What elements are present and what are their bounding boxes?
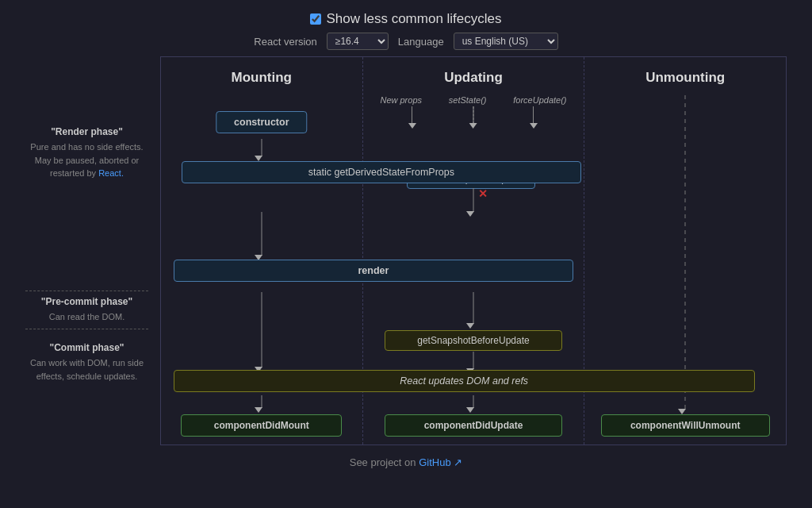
render-node: render bbox=[174, 260, 573, 282]
new-props-trigger: New props bbox=[380, 95, 422, 105]
commit-phase-desc: Can work with DOM, run side effects, sch… bbox=[25, 356, 148, 383]
commit-phase-label: "Commit phase" Can work with DOM, run si… bbox=[25, 342, 148, 383]
component-will-unmount-node: componentWillUnmount bbox=[601, 414, 770, 437]
show-lifecycles-row: Show less common lifecycles bbox=[310, 11, 501, 27]
top-controls: Show less common lifecycles React versio… bbox=[0, 0, 812, 56]
render-phase-title: "Render phase" bbox=[25, 126, 148, 137]
get-derived-state-node: static getDerivedStateFromProps bbox=[182, 161, 581, 183]
show-lifecycles-label: Show less common lifecycles bbox=[326, 11, 501, 27]
render-phase-label: "Render phase" Pure and has no side effe… bbox=[25, 126, 148, 180]
precommit-phase-desc: Can read the DOM. bbox=[25, 310, 148, 324]
language-label: Language bbox=[398, 36, 444, 48]
diagram-columns: Mounting constructor bbox=[160, 56, 787, 445]
github-link[interactable]: GitHub ↗ bbox=[419, 456, 462, 468]
updating-title: Updating bbox=[363, 57, 584, 94]
stop-icon: ✕ bbox=[478, 187, 488, 200]
precommit-phase-title: "Pre-commit phase" bbox=[25, 296, 148, 307]
react-version-select[interactable]: ≥16.4 bbox=[327, 33, 389, 50]
language-select[interactable]: us English (US) bbox=[454, 33, 558, 50]
constructor-node: constructor bbox=[216, 111, 307, 133]
react-version-label: React version bbox=[254, 36, 316, 48]
precommit-phase-label: "Pre-commit phase" Can read the DOM. bbox=[25, 291, 148, 329]
commit-phase-title: "Commit phase" bbox=[25, 342, 148, 353]
get-snapshot-node: getSnapshotBeforeUpdate bbox=[385, 330, 561, 351]
component-did-update-node: componentDidUpdate bbox=[385, 414, 561, 437]
unmounting-title: Unmounting bbox=[584, 57, 786, 94]
dom-updates-node: React updates DOM and refs bbox=[174, 370, 755, 392]
footer-text: See project on bbox=[350, 456, 419, 468]
component-did-mount-node: componentDidMount bbox=[181, 414, 342, 437]
set-state-trigger: setState() bbox=[449, 95, 487, 105]
render-phase-desc: Pure and has no side effects. May be pau… bbox=[25, 140, 148, 180]
force-update-trigger: forceUpdate() bbox=[513, 95, 566, 105]
show-lifecycles-checkbox[interactable] bbox=[310, 13, 321, 25]
footer: See project on GitHub ↗ bbox=[0, 456, 812, 468]
mounting-title: Mounting bbox=[161, 57, 362, 94]
phase-labels: "Render phase" Pure and has no side effe… bbox=[25, 56, 160, 445]
